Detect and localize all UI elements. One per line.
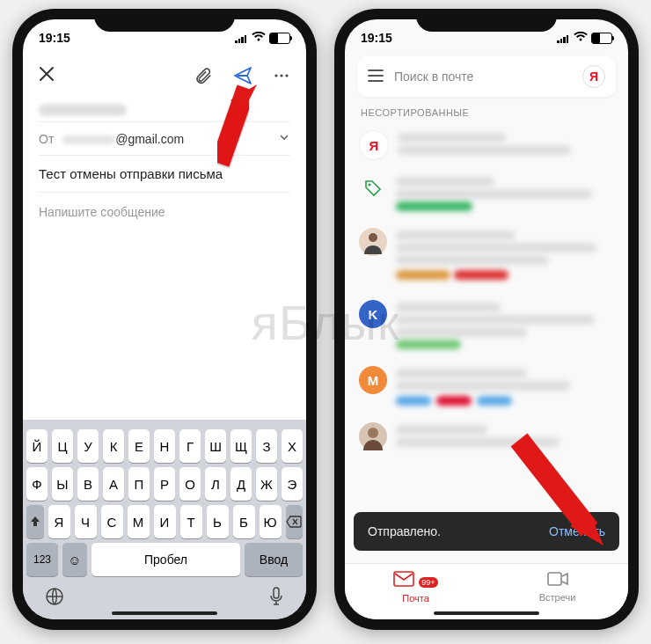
mail-item[interactable]: Я: [350, 123, 623, 167]
home-indicator[interactable]: [434, 611, 539, 615]
status-icons: [235, 31, 290, 45]
svg-point-0: [274, 74, 277, 77]
key-К[interactable]: К: [103, 429, 124, 463]
from-email-suffix: @gmail.com: [115, 132, 184, 146]
avatar: [359, 422, 387, 450]
avatar: K: [359, 300, 387, 328]
key-М[interactable]: М: [128, 505, 150, 538]
key-П[interactable]: П: [128, 467, 150, 501]
more-icon[interactable]: [273, 67, 290, 84]
account-badge[interactable]: Я: [582, 65, 605, 88]
signal-icon: [557, 33, 568, 43]
from-email-blurred: [62, 135, 115, 144]
key-Д[interactable]: Д: [230, 467, 252, 501]
body-field[interactable]: Напишите сообщение: [39, 193, 290, 231]
svg-rect-9: [548, 573, 561, 585]
avatar: [359, 228, 387, 256]
send-icon[interactable]: [232, 65, 253, 86]
svg-point-1: [280, 74, 282, 77]
key-Р[interactable]: Р: [154, 467, 175, 501]
status-time: 19:15: [39, 31, 70, 45]
key-Г[interactable]: Г: [179, 429, 201, 463]
key-Е[interactable]: Е: [128, 429, 150, 463]
avatar: M: [359, 366, 387, 394]
key-Т[interactable]: Т: [180, 505, 202, 538]
tag-icon: [359, 174, 387, 202]
mail-item[interactable]: [350, 167, 623, 221]
key-Ш[interactable]: Ш: [205, 429, 226, 463]
mail-item[interactable]: [350, 221, 623, 293]
key-Ь[interactable]: Ь: [207, 505, 229, 538]
key-Б[interactable]: Б: [233, 505, 255, 538]
numbers-key[interactable]: 123: [26, 543, 58, 576]
key-З[interactable]: З: [256, 429, 277, 463]
mail-item[interactable]: K: [350, 293, 623, 359]
mail-icon: 99+: [393, 571, 437, 591]
svg-point-7: [368, 428, 378, 438]
status-icons: [557, 31, 612, 45]
key-Э[interactable]: Э: [282, 467, 303, 501]
key-Ф[interactable]: Ф: [26, 467, 48, 501]
svg-point-2: [285, 74, 288, 77]
keyboard[interactable]: ЙЦУКЕНГШЩЗХ ФЫВАПРОЛДЖЭ ЯЧСМИТЬБЮ 123 ☺ …: [23, 420, 306, 619]
nav-meet[interactable]: Встречи: [486, 564, 628, 611]
key-Я[interactable]: Я: [48, 505, 70, 538]
undo-button[interactable]: Отменить: [549, 524, 605, 538]
emoji-key[interactable]: ☺: [62, 543, 87, 576]
globe-icon[interactable]: [44, 586, 65, 611]
key-Й[interactable]: Й: [26, 429, 48, 463]
attach-icon[interactable]: [194, 66, 213, 85]
signal-icon: [235, 33, 246, 43]
battery-icon: [269, 33, 290, 44]
key-У[interactable]: У: [77, 429, 99, 463]
enter-key[interactable]: Ввод: [245, 543, 303, 576]
svg-rect-4: [274, 588, 279, 598]
key-Н[interactable]: Н: [154, 429, 175, 463]
svg-point-5: [369, 184, 371, 187]
status-time: 19:15: [361, 31, 392, 45]
key-О[interactable]: О: [179, 467, 201, 501]
search-bar[interactable]: Поиск в почте Я: [357, 56, 616, 97]
menu-icon[interactable]: [368, 68, 384, 86]
key-В[interactable]: В: [77, 467, 99, 501]
key-Х[interactable]: Х: [282, 429, 303, 463]
home-indicator[interactable]: [112, 611, 217, 615]
mail-item[interactable]: [350, 415, 623, 457]
backspace-key[interactable]: [286, 505, 304, 538]
key-И[interactable]: И: [154, 505, 176, 538]
svg-point-6: [369, 233, 377, 242]
from-row[interactable]: От @gmail.com: [39, 122, 290, 156]
wifi-icon: [252, 31, 266, 45]
key-С[interactable]: С: [101, 505, 123, 538]
svg-rect-8: [394, 572, 413, 586]
wifi-icon: [574, 31, 588, 45]
compose-screen: 19:15: [23, 19, 306, 619]
key-Л[interactable]: Л: [205, 467, 226, 501]
close-icon[interactable]: [39, 64, 55, 87]
search-placeholder: Поиск в почте: [394, 70, 572, 84]
mail-item[interactable]: M: [350, 359, 623, 415]
key-Ц[interactable]: Ц: [52, 429, 73, 463]
key-Ч[interactable]: Ч: [75, 505, 97, 538]
mic-icon[interactable]: [267, 586, 285, 611]
shift-key[interactable]: [26, 505, 44, 538]
subject-field[interactable]: Тест отмены отправки письма: [39, 156, 290, 193]
avatar: Я: [359, 130, 389, 160]
space-key[interactable]: Пробел: [91, 543, 240, 576]
key-Ж[interactable]: Ж: [256, 467, 277, 501]
nav-mail[interactable]: 99+ Почта: [345, 564, 486, 611]
recipient-blurred: [39, 104, 127, 116]
nav-badge: 99+: [419, 577, 437, 588]
mail-list[interactable]: Я K M: [345, 123, 628, 457]
toast-message: Отправлено.: [368, 524, 441, 538]
key-Ы[interactable]: Ы: [52, 467, 73, 501]
key-А[interactable]: А: [103, 467, 124, 501]
key-Щ[interactable]: Щ: [230, 429, 252, 463]
chevron-down-icon[interactable]: [278, 131, 290, 146]
section-label: НЕСОРТИРОВАННЫЕ: [345, 106, 628, 123]
compose-body: От @gmail.com Тест отмены отправки письм…: [23, 104, 306, 231]
from-label: От: [39, 132, 54, 146]
sent-toast: Отправлено. Отменить: [354, 512, 619, 551]
phone-frame-right: 19:15 Поиск в почте Я НЕСОРТИРОВАННЫЕ Я: [334, 9, 639, 630]
key-Ю[interactable]: Ю: [260, 505, 282, 538]
